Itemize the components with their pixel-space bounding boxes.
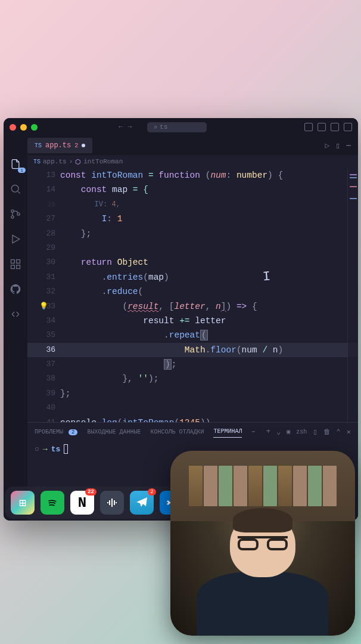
dock-launchpad-icon[interactable]: ⊞: [11, 491, 35, 515]
tab-debug-console[interactable]: КОНСОЛЬ ОТЛАДКИ: [150, 426, 204, 438]
webcam-overlay: [170, 451, 355, 636]
maximize-window-button[interactable]: [31, 124, 38, 131]
github-icon[interactable]: [9, 283, 22, 296]
nav-forward-icon[interactable]: →: [127, 123, 132, 131]
svg-point-3: [17, 213, 20, 215]
more-actions-icon[interactable]: ⋯: [346, 141, 351, 150]
maximize-panel-icon[interactable]: ⌃: [337, 428, 341, 436]
tab-problems[interactable]: ПРОБЛЕМЫ 2: [35, 426, 77, 438]
traffic-lights: [10, 124, 38, 131]
line-number: 29: [27, 241, 55, 255]
symbol-icon: ⬡: [75, 158, 81, 166]
line-number: 35: [27, 328, 55, 342]
lightbulb-icon[interactable]: 💡: [39, 299, 48, 314]
line-number: 40: [27, 401, 55, 415]
svg-rect-7: [17, 265, 20, 269]
tab-filename: app.ts: [45, 141, 71, 150]
code-editor[interactable]: 13 14 26 27 28 29 30 31 32 33 34 35 36 3…: [27, 168, 358, 422]
shell-name: zsh: [296, 429, 307, 435]
line-number: 26: [27, 197, 55, 212]
close-panel-icon[interactable]: ✕: [347, 428, 351, 436]
search-icon[interactable]: [9, 182, 22, 196]
prompt-bullet-icon: ○: [35, 445, 39, 454]
line-number: 41: [27, 416, 55, 422]
dock-audio-icon[interactable]: [100, 491, 124, 515]
dock-telegram-icon[interactable]: 2: [130, 491, 154, 515]
breadcrumb[interactable]: TS app.ts › ⬡ intToRoman: [4, 155, 358, 168]
line-number: 27: [27, 212, 55, 226]
telegram-badge: 2: [148, 488, 156, 496]
text-cursor-icon: I: [262, 269, 271, 284]
layout-sidebar-icon[interactable]: [304, 123, 313, 131]
line-number: 28: [27, 227, 55, 241]
code-content[interactable]: const intToRoman = function (num: number…: [60, 168, 346, 422]
line-number: 34: [27, 314, 55, 328]
line-number: 13: [27, 168, 55, 182]
line-number: 32: [27, 284, 55, 299]
svg-rect-6: [11, 265, 15, 269]
svg-point-1: [11, 210, 14, 212]
explorer-badge: 1: [18, 168, 26, 173]
layout-sidebar-right-icon[interactable]: [331, 123, 339, 131]
minimize-window-button[interactable]: [20, 124, 27, 131]
activity-bar: 1: [4, 136, 27, 521]
run-icon[interactable]: ▷: [325, 141, 330, 150]
remote-icon[interactable]: [9, 308, 22, 321]
close-window-button[interactable]: [10, 124, 16, 131]
svg-point-2: [11, 216, 14, 218]
line-number: 38: [27, 371, 55, 386]
line-number: 39: [27, 386, 55, 401]
svg-rect-4: [11, 260, 15, 264]
line-number: 36: [27, 343, 55, 357]
chevron-down-icon[interactable]: ⌄: [276, 428, 281, 436]
svg-rect-5: [17, 260, 20, 264]
line-number: 37: [27, 357, 55, 371]
terminal-cursor: [64, 444, 68, 454]
svg-point-0: [11, 185, 18, 192]
typescript-icon: TS: [35, 143, 42, 149]
nav-back-icon[interactable]: ←: [119, 123, 123, 131]
split-terminal-icon[interactable]: ▯: [313, 428, 317, 436]
search-text: ts: [160, 123, 167, 131]
layout-customize-icon[interactable]: [344, 123, 352, 131]
titlebar: ← → ⌕ ts: [4, 118, 358, 136]
prompt-arrow-icon: →: [43, 445, 48, 454]
breadcrumb-file: app.ts: [43, 158, 67, 165]
terminal-shell-icon: ▣: [287, 428, 290, 435]
tab-terminal[interactable]: ТЕРМИНАЛ: [213, 426, 242, 438]
breadcrumb-symbol: intToRoman: [83, 158, 123, 165]
new-terminal-icon[interactable]: +: [266, 428, 270, 436]
run-debug-icon[interactable]: [9, 233, 22, 246]
minimap[interactable]: [347, 168, 358, 422]
search-icon: ⌕: [153, 123, 157, 131]
problems-badge: 2: [69, 429, 77, 435]
source-control-icon[interactable]: [9, 208, 22, 221]
layout-panel-icon[interactable]: [318, 123, 326, 131]
prompt-directory: ts: [51, 445, 61, 454]
tab-bar: TS app.ts 2 ▷ ▯ ⋯: [4, 136, 358, 155]
line-number: 31: [27, 270, 55, 284]
tab-error-badge: 2: [74, 143, 78, 149]
dock-notion-icon[interactable]: N 22: [70, 491, 94, 515]
panel-tabs: ПРОБЛЕМЫ 2 ВЫХОДНЫЕ ДАННЫЕ КОНСОЛЬ ОТЛАД…: [27, 423, 358, 441]
chevron-right-icon: ›: [69, 158, 73, 165]
typescript-icon: TS: [33, 159, 41, 165]
dock-spotify-icon[interactable]: [41, 491, 64, 515]
tab-output[interactable]: ВЫХОДНЫЕ ДАННЫЕ: [87, 426, 141, 438]
nav-arrows: ← →: [119, 123, 132, 131]
extensions-icon[interactable]: [9, 258, 22, 271]
explorer-icon[interactable]: 1: [9, 157, 22, 171]
line-number: 14: [27, 182, 55, 197]
trash-icon[interactable]: 🗑: [323, 428, 331, 436]
more-icon[interactable]: ⋯: [251, 428, 255, 435]
command-center[interactable]: ⌕ ts: [147, 122, 207, 132]
editor-tab-app-ts[interactable]: TS app.ts 2: [27, 138, 92, 153]
notion-badge: 22: [85, 488, 97, 496]
line-number: 30: [27, 255, 55, 270]
split-editor-icon[interactable]: ▯: [335, 141, 340, 150]
line-gutter: 13 14 26 27 28 29 30 31 32 33 34 35 36 3…: [27, 168, 60, 422]
tab-unsaved-dot: [82, 144, 85, 147]
